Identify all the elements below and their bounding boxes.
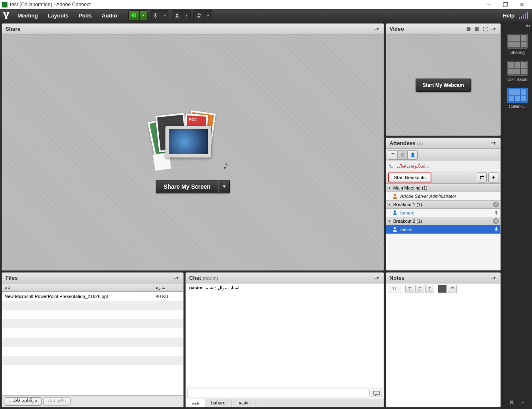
layouts-sidebar: ≡▾ Sharing Discussion Collabo... ✖ ＋ [502,22,532,409]
layouts-lock-icon[interactable]: ✖ [509,399,514,407]
share-screen-dropdown[interactable]: ▼ [218,180,230,193]
speaker-dropdown[interactable]: ▼ [140,11,147,20]
start-webcam-button[interactable]: Start My Webcam [416,79,471,92]
files-pod-options[interactable]: ≡▾ [172,274,180,282]
svg-rect-5 [523,15,524,19]
layout-collaboration[interactable]: Collabo... [506,88,529,109]
connection-signal-icon [519,12,529,19]
svg-point-8 [394,194,396,196]
webcam-button[interactable] [172,11,183,20]
adobe-logo [0,9,12,22]
svg-rect-0 [155,13,156,16]
attendees-pod-options[interactable]: ≡▾ [490,140,497,147]
svg-point-11 [394,227,396,229]
svg-rect-4 [521,16,522,19]
chat-send-button[interactable] [371,389,382,397]
chat-input[interactable] [187,389,369,397]
chat-tab-bahare[interactable]: bahare [205,399,232,407]
attendee-admin[interactable]: Adobe Server Administrator [386,192,500,200]
active-speakers-row: بلندگوهای فعال... [386,161,500,171]
menu-meeting[interactable]: Meeting [12,12,43,19]
share-screen-button[interactable]: Share My Screen [156,180,219,193]
notes-color-button[interactable] [438,285,447,293]
attendee-nasim[interactable]: nasim [386,225,500,234]
chat-pod-title: Chat [189,275,201,281]
notes-italic-button[interactable]: T [415,285,424,293]
svg-rect-6 [525,13,526,19]
chat-tab-nasim[interactable]: nasim [232,399,256,407]
speaker-button[interactable] [129,11,140,20]
menu-pods[interactable]: Pods [74,12,97,19]
menu-audio[interactable]: Audio [97,12,122,19]
chat-pod-subtitle: (nasim) [203,276,218,281]
microphone-dropdown[interactable]: ▼ [161,11,169,20]
attendee-bahare[interactable]: bahare [386,209,500,217]
attendees-count: (3) [417,141,423,146]
notes-bullets-button[interactable]: ≣ [448,285,457,293]
attendees-view-breakout[interactable]: ⊞ [398,150,408,160]
notes-pod-options[interactable]: ≡▾ [490,274,497,282]
notes-pod-title: Notes [389,275,404,281]
attendees-view-list[interactable]: ☰ [388,150,398,160]
menu-layouts[interactable]: Layouts [43,12,74,19]
raise-hand-dropdown[interactable]: ▼ [204,11,212,20]
video-pod: Video ▦ ▥ ⛶ ≡▾ Start My Webcam [386,23,501,136]
webcam-dropdown[interactable]: ▼ [183,11,190,20]
group-breakout-2[interactable]: ▼Breakout 2 (1) ✕ [386,217,500,225]
attendees-pod: Attendees (3) ≡▾ ☰ ⊞ 👤 [386,138,501,271]
video-pod-options[interactable]: ≡▾ [490,25,497,33]
notes-fontsize-select[interactable]: 11 [388,285,401,293]
group-breakout-1[interactable]: ▼Breakout 1 (1) ✕ [386,200,500,209]
files-pod: Files ≡▾ نام اندازه New Microsoft PowerP… [2,272,184,407]
chat-pod-options[interactable]: ≡▾ [373,274,380,282]
files-list: New Microsoft PowerPoint Presentation_21… [2,292,183,395]
minimize-button[interactable]: ─ [480,1,497,8]
files-pod-title: Files [5,275,18,281]
files-col-name[interactable]: نام [2,283,153,291]
group-main-meeting[interactable]: ▼Main Meeting (1) [386,184,500,192]
start-breakouts-button[interactable]: Start Breakouts [388,172,431,182]
download-file-button[interactable]: دانلود فايل [43,397,71,406]
svg-rect-12 [495,227,497,230]
remove-breakout-2[interactable]: ✕ [493,218,499,224]
phone-icon [389,163,394,169]
video-fullscreen[interactable]: ⛶ [481,25,489,33]
menu-help[interactable]: Help [499,12,519,19]
notes-underline-button[interactable]: T [425,285,434,293]
window-titlebar: test (Collaboration) - Adobe Connect ─ ❐… [0,0,532,9]
raise-hand-button[interactable] [194,11,204,20]
notes-bold-button[interactable]: T [405,285,414,293]
upload-file-button[interactable]: ...بارگذاري فايل [5,397,42,406]
video-pod-title: Video [389,26,404,32]
maximize-button[interactable]: ❐ [497,1,514,8]
notes-pod: Notes ≡▾ 11 T T T ≣ [386,272,501,407]
svg-point-9 [394,210,396,213]
mic-icon [494,210,499,215]
layout-sharing[interactable]: Sharing [506,34,529,55]
layout-discussion[interactable]: Discussion [506,61,529,82]
svg-rect-3 [519,17,520,19]
layouts-sidebar-menu[interactable]: ≡▾ [526,23,530,28]
rotate-breakouts-button[interactable]: ⇄ [477,172,487,182]
files-col-size[interactable]: اندازه [153,283,183,291]
participant-icon [392,227,398,232]
share-pod-options[interactable]: ≡▾ [373,25,380,33]
microphone-button[interactable] [150,11,161,20]
svg-rect-10 [495,211,497,214]
attendees-view-status[interactable]: 👤 [408,150,418,160]
layouts-add-icon[interactable]: ＋ [520,399,526,407]
file-row[interactable]: New Microsoft PowerPoint Presentation_21… [2,292,183,301]
notes-textarea[interactable] [386,294,500,407]
video-filmstrip-view[interactable]: ▥ [473,25,480,33]
add-breakout-button[interactable]: ＋ [488,172,498,182]
chat-tab-all[interactable]: همه [186,399,205,407]
host-icon [392,193,398,199]
remove-breakout-1[interactable]: ✕ [493,202,499,207]
video-grid-view[interactable]: ▦ [465,25,472,33]
share-pod-title: Share [5,26,20,32]
share-content-icon: ♪ [151,112,234,174]
menubar: Meeting Layouts Pods Audio ▼ ▼ ▼ [0,9,532,22]
svg-point-2 [198,13,200,15]
close-button[interactable]: ✕ [514,1,530,8]
chat-pod: Chat (nasim) ≡▾ nasim: استاد سوال داشتم [185,272,384,407]
